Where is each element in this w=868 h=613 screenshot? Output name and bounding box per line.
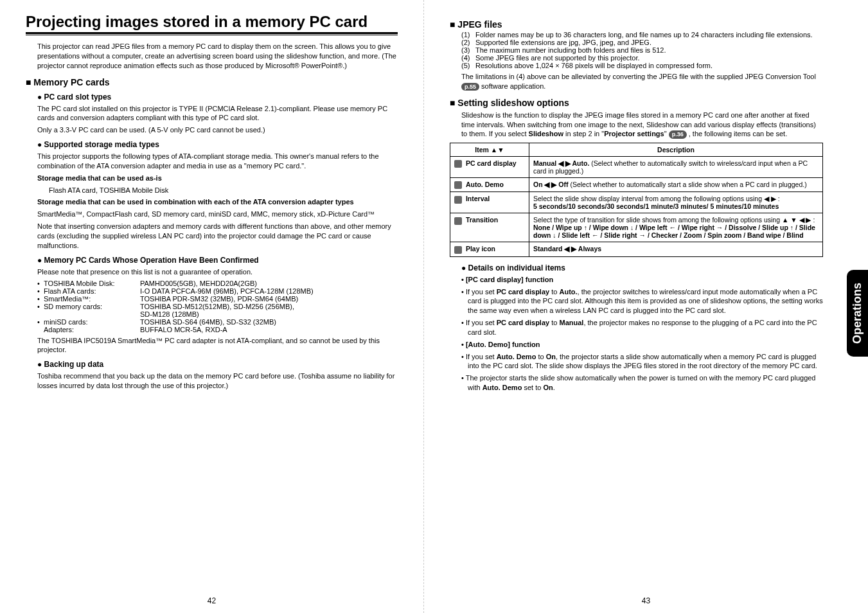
heading-details: Details on individual items (461, 263, 823, 272)
list-item: •Flash ATA cards:I-O DATA PCFCA-96M (96M… (37, 287, 398, 295)
txt: to (549, 288, 559, 296)
page-ref-55: p.55 (461, 83, 479, 91)
title-rule-thin (26, 35, 398, 35)
list-item: (3)The maximum number including both fol… (461, 46, 823, 54)
desc-pre: Select the slide show display interval f… (533, 195, 819, 202)
list-item: Adapters:BUFFALO MCR-5A, RXD-A (37, 326, 398, 333)
auto-demo-section-title: • [Auto. Demo] function (461, 340, 823, 350)
page-number-left: 42 (208, 596, 216, 605)
jpeg-end-a: The limitations in (4) above can be alle… (461, 73, 816, 80)
bullet-dot (37, 326, 44, 333)
list-number: (1) (461, 31, 475, 39)
desc-rest: (Select whether to automatically start a… (569, 181, 807, 188)
heading-backup: Backing up data (37, 360, 398, 369)
media-note: Note that inserting conversion adapters … (37, 222, 398, 251)
setting-icon (454, 246, 462, 254)
left-page: Projecting images stored in a memory PC … (0, 0, 424, 613)
table-row: IntervalSelect the slide show display in… (450, 192, 823, 213)
heading-slot-types: PC card slot types (37, 93, 398, 102)
list-item: SD-M128 (128MB) (37, 310, 398, 318)
table-cell-item: Transition (450, 213, 529, 242)
txt-bold: Manual (559, 319, 583, 326)
setting-icon (454, 217, 462, 225)
list-number: (2) (461, 39, 475, 46)
list-value: TOSHIBA PDR-SM32 (32MB), PDR-SM64 (64MB) (140, 295, 398, 303)
table-cell-item: PC card display (450, 157, 529, 178)
desc-bold: Manual ◀ ▶ Auto. (533, 159, 589, 167)
table-cell-description: On ◀ ▶ Off (Select whether to automatica… (529, 178, 823, 192)
txt-bold: PC card display (497, 319, 550, 326)
table-header-row: Item ▲▼ Description (450, 143, 823, 157)
list-item: •SmartMedia™:TOSHIBA PDR-SM32 (32MB), PD… (37, 295, 398, 303)
txt: If you set (466, 353, 497, 360)
desc-bold: On ◀ ▶ Off (533, 181, 569, 188)
heading-jpeg-files: JPEG files (450, 19, 823, 30)
list-label: miniSD cards: (44, 318, 140, 326)
table-cell-item: Interval (450, 192, 529, 213)
slot-paragraph-2: Only a 3.3-V PC card can be used. (A 5-V… (37, 125, 398, 135)
confirmed-note: Please note that presence on this list i… (37, 267, 398, 277)
list-text: Resolutions above 1,024 × 768 pixels wil… (475, 62, 823, 69)
list-label: TOSHIBA Mobile Disk: (44, 280, 140, 287)
pc-display-title-text: [PC card display] function (466, 276, 553, 283)
txt-bold: Auto. (559, 288, 577, 296)
confirmed-end-note: The TOSHIBA IPC5019A SmartMedia™ PC card… (37, 336, 398, 355)
desc-bold-2: None / Wipe up ↑ / Wipe down ↓ / Wipe le… (533, 224, 819, 239)
txt-bold: On (546, 353, 556, 360)
bullet-dot: • (37, 295, 44, 303)
slideshow-bold-2: Projector settings (604, 130, 664, 138)
heading-storage-media: Supported storage media types (37, 140, 398, 149)
list-text: Folder names may be up to 36 characters … (475, 31, 823, 39)
list-item: (1)Folder names may be up to 36 characte… (461, 31, 823, 39)
media-paragraph: This projector supports the following ty… (37, 152, 398, 171)
table-cell-item: Auto. Demo (450, 178, 529, 192)
auto-demo-bullet-2: • The projector starts the slide show au… (468, 373, 823, 393)
pc-display-section-title: • [PC card display] function (461, 275, 823, 285)
list-number: (5) (461, 62, 475, 69)
pc-display-bullet-2: • If you set PC card display to Manual, … (468, 318, 823, 337)
bullet-dot: • (37, 280, 44, 287)
list-value: TOSHIBA SD-S64 (64MB), SD-S32 (32MB) (140, 318, 398, 326)
setting-name: Transition (466, 216, 498, 224)
list-number: (3) (461, 46, 475, 54)
table-cell-description: Manual ◀ ▶ Auto. (Select whether to auto… (529, 157, 823, 178)
table-row: Auto. DemoOn ◀ ▶ Off (Select whether to … (450, 178, 823, 192)
page-number-right: 43 (642, 596, 650, 605)
slideshow-text-b: in step 2 in " (563, 130, 604, 138)
list-item: (4)Some JPEG files are not supported by … (461, 54, 823, 62)
slideshow-text-c: " (664, 130, 669, 138)
list-label: SmartMedia™: (44, 295, 140, 303)
pc-display-bullet-1: • If you set PC card display to Auto., t… (468, 287, 823, 316)
heading-confirmed-cards: Memory PC Cards Whose Operation Have Bee… (37, 256, 398, 265)
page-ref-36: p.36 (669, 130, 687, 138)
jpeg-end-b: software application. (479, 82, 545, 90)
list-text: Some JPEG files are not supported by thi… (475, 54, 823, 62)
table-row: PC card displayManual ◀ ▶ Auto. (Select … (450, 157, 823, 178)
right-page: JPEG files (1)Folder names may be up to … (424, 0, 868, 613)
bullet-dot: • (37, 303, 44, 310)
txt: to (536, 353, 545, 360)
setting-icon (454, 160, 462, 168)
slideshow-text-d: , the following items can be set. (687, 130, 788, 138)
list-value: PAMHD005(5GB), MEHDD20A(2GB) (140, 280, 398, 287)
list-item: •miniSD cards:TOSHIBA SD-S64 (64MB), SD-… (37, 318, 398, 326)
table-cell-description: Select the slide show display interval f… (529, 192, 823, 213)
desc-bold: Standard ◀ ▶ Always (533, 245, 601, 253)
table-row: TransitionSelect the type of transition … (450, 213, 823, 242)
auto-demo-title-text: [Auto. Demo] function (466, 341, 540, 348)
desc-bold-2: 5 seconds/10 seconds/30 seconds/1 minute… (533, 202, 819, 210)
table-cell-description: Standard ◀ ▶ Always (529, 242, 823, 256)
slideshow-settings-table: Item ▲▼ Description PC card displayManua… (450, 143, 823, 256)
list-label: Flash ATA cards: (44, 287, 140, 295)
table-header-item: Item ▲▼ (450, 143, 529, 157)
intro-paragraph: This projector can read JPEG files from … (37, 42, 398, 71)
list-label: SD memory cards: (44, 303, 140, 310)
list-number: (4) (461, 54, 475, 62)
setting-name: Auto. Demo (466, 181, 504, 188)
heading-memory-pc-cards: Memory PC cards (26, 77, 398, 87)
table-header-description: Description (529, 143, 823, 157)
auto-demo-bullet-1: • If you set Auto. Demo to On, the proje… (468, 352, 823, 371)
media-as-is-content: Flash ATA card, TOSHIBA Mobile Disk (49, 186, 398, 195)
backup-paragraph: Toshiba recommend that you back up the d… (37, 371, 398, 391)
txt: If you set (466, 288, 497, 296)
